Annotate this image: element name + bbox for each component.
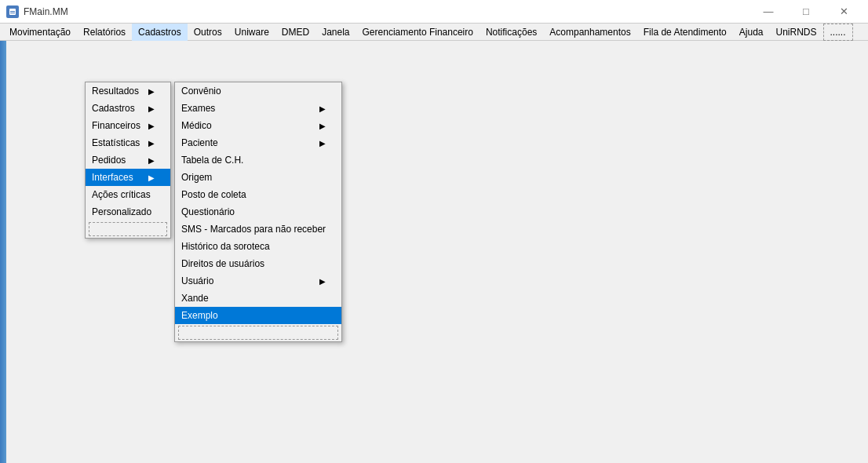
menu-bar: Movimentação Relatórios Cadastros Outros… xyxy=(0,24,868,41)
arrow-icon: ▶ xyxy=(319,139,326,148)
maximize-button[interactable]: □ xyxy=(788,0,824,24)
menu-cadastros[interactable]: Cadastros xyxy=(132,24,188,41)
left-accent xyxy=(0,41,6,463)
title-bar-title: FMain.MM xyxy=(24,6,68,17)
dropdown-cadastros: Resultados ▶ Cadastros ▶ Financeiros ▶ E… xyxy=(85,82,171,239)
dropdown-sub: Convênio Exames ▶ Médico ▶ Paciente ▶ Ta… xyxy=(174,82,342,342)
arrow-icon: ▶ xyxy=(148,87,155,96)
main-content: Resultados ▶ Cadastros ▶ Financeiros ▶ E… xyxy=(0,41,868,463)
app-icon xyxy=(6,5,19,18)
dropdown-financeiros[interactable]: Financeiros ▶ xyxy=(86,117,170,134)
dropdown-direitos-usuarios[interactable]: Direitos de usuários xyxy=(175,255,341,272)
dropdown-historico-soroteca[interactable]: Histórico da soroteca xyxy=(175,238,341,255)
menu-janela[interactable]: Janela xyxy=(315,24,356,41)
dropdown-xande[interactable]: Xande xyxy=(175,290,341,307)
menu-dmed[interactable]: DMED xyxy=(275,24,315,41)
arrow-icon: ▶ xyxy=(319,104,326,113)
dropdown-exemplo[interactable]: Exemplo xyxy=(175,307,341,324)
arrow-icon: ▶ xyxy=(319,277,326,286)
menu-notificacoes[interactable]: Notificações xyxy=(480,24,543,41)
dropdown-cadastros-item[interactable]: Cadastros ▶ xyxy=(86,100,170,117)
close-button[interactable]: ✕ xyxy=(826,0,862,24)
dropdown-personalizado[interactable]: Personalizado xyxy=(86,203,170,221)
menu-uniware[interactable]: Uniware xyxy=(228,24,275,41)
arrow-icon: ▶ xyxy=(148,173,155,182)
svg-rect-2 xyxy=(10,13,15,13)
menu-fila[interactable]: Fila de Atendimento xyxy=(637,24,733,41)
dropdown-acoes-criticas[interactable]: Ações críticas xyxy=(86,186,170,203)
dropdown-posto-coleta[interactable]: Posto de coleta xyxy=(175,186,341,203)
dropdown-dashed-1 xyxy=(89,222,167,236)
dropdown-pedidos[interactable]: Pedidos ▶ xyxy=(86,151,170,169)
menu-relatorios[interactable]: Relatórios xyxy=(77,24,132,41)
arrow-icon: ▶ xyxy=(148,104,155,113)
dropdown-interfaces[interactable]: Interfaces ▶ xyxy=(86,169,170,186)
dropdown-sms[interactable]: SMS - Marcados para não receber xyxy=(175,221,341,238)
arrow-icon: ▶ xyxy=(148,122,155,130)
arrow-icon: ▶ xyxy=(319,122,326,130)
dropdown-tabela-ch[interactable]: Tabela de C.H. xyxy=(175,151,341,169)
menu-ajuda[interactable]: Ajuda xyxy=(733,24,770,41)
menu-gerenciamento[interactable]: Gerenciamento Financeiro xyxy=(356,24,480,41)
minimize-button[interactable]: — xyxy=(750,0,786,24)
title-bar-left: FMain.MM xyxy=(6,5,68,18)
dropdown-convenio[interactable]: Convênio xyxy=(175,82,341,100)
arrow-icon: ▶ xyxy=(148,139,155,148)
menu-outros[interactable]: Outros xyxy=(188,24,228,41)
menu-movimentacao[interactable]: Movimentação xyxy=(3,24,77,41)
dropdown-resultados[interactable]: Resultados ▶ xyxy=(86,82,170,100)
menu-extra[interactable]: ...... xyxy=(823,24,853,41)
title-bar-controls: — □ ✕ xyxy=(750,0,862,24)
menu-acompanhamentos[interactable]: Acompanhamentos xyxy=(543,24,636,41)
dropdown-origem[interactable]: Origem xyxy=(175,169,341,186)
svg-rect-1 xyxy=(10,11,15,12)
dropdown-exames[interactable]: Exames ▶ xyxy=(175,100,341,117)
dropdown-questionario[interactable]: Questionário xyxy=(175,203,341,221)
arrow-icon: ▶ xyxy=(148,156,155,165)
dropdown-usuario[interactable]: Usuário ▶ xyxy=(175,272,341,290)
title-bar: FMain.MM — □ ✕ xyxy=(0,0,868,24)
menu-unirnds[interactable]: UniRNDS xyxy=(770,24,823,41)
dropdown-medico[interactable]: Médico ▶ xyxy=(175,117,341,134)
dropdown-paciente[interactable]: Paciente ▶ xyxy=(175,134,341,151)
dropdown-dashed-2 xyxy=(178,326,338,340)
dropdown-estatisticas[interactable]: Estatísticas ▶ xyxy=(86,134,170,151)
